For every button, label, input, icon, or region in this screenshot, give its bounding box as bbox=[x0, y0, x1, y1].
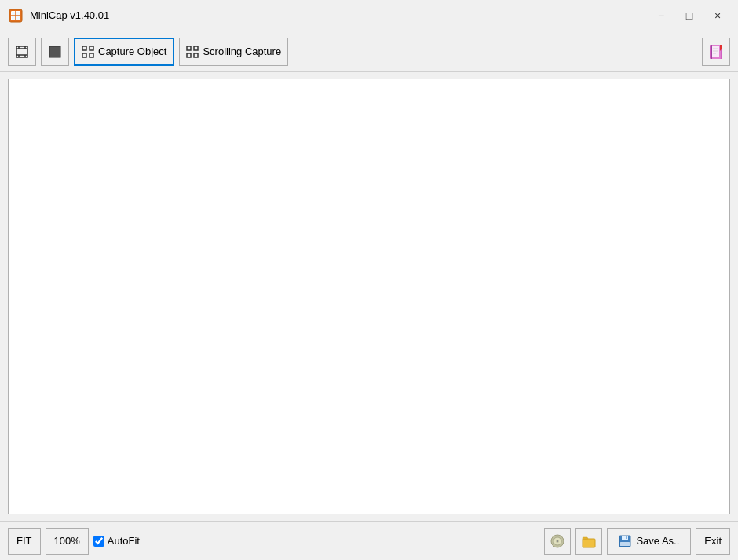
close-button[interactable]: × bbox=[705, 5, 730, 26]
capture-object-label: Capture Object bbox=[98, 46, 166, 57]
scrolling-capture-button[interactable]: Scrolling Capture bbox=[179, 38, 288, 66]
svg-rect-14 bbox=[90, 46, 93, 50]
capture-object-icon bbox=[82, 46, 94, 58]
zoom-button[interactable]: 100% bbox=[46, 528, 89, 555]
rectangle-icon bbox=[48, 45, 62, 59]
scrolling-capture-icon bbox=[186, 46, 199, 58]
help-button[interactable] bbox=[702, 38, 730, 66]
save-as-label: Save As.. bbox=[636, 535, 679, 547]
fit-button[interactable]: FIT bbox=[8, 528, 41, 555]
save-as-button[interactable]: Save As.. bbox=[607, 528, 691, 555]
crop-icon bbox=[15, 45, 29, 59]
autofit-text: AutoFit bbox=[108, 535, 140, 547]
autofit-checkbox[interactable] bbox=[93, 536, 104, 547]
copy-icon bbox=[550, 533, 565, 549]
scrolling-capture-label: Scrolling Capture bbox=[203, 46, 281, 57]
svg-rect-5 bbox=[16, 46, 27, 57]
svg-rect-15 bbox=[82, 53, 86, 57]
svg-rect-24 bbox=[711, 45, 712, 59]
rectangle-button[interactable] bbox=[41, 38, 69, 66]
save-icon bbox=[619, 535, 631, 547]
maximize-button[interactable]: □ bbox=[677, 5, 702, 26]
svg-rect-16 bbox=[90, 53, 93, 57]
window-title: MiniCap v1.40.01 bbox=[30, 9, 109, 21]
svg-rect-18 bbox=[194, 46, 198, 50]
help-icon bbox=[707, 43, 725, 60]
copy-button[interactable] bbox=[544, 528, 571, 555]
canvas-area bbox=[8, 79, 730, 514]
svg-rect-23 bbox=[711, 46, 719, 57]
crop-button[interactable] bbox=[8, 38, 36, 66]
exit-button[interactable]: Exit bbox=[696, 528, 730, 555]
paste-icon bbox=[581, 533, 597, 549]
svg-rect-20 bbox=[194, 53, 198, 57]
title-bar-left: MiniCap v1.40.01 bbox=[8, 8, 109, 24]
svg-rect-19 bbox=[187, 53, 191, 57]
title-bar: MiniCap v1.40.01 − □ × bbox=[0, 0, 738, 31]
title-bar-controls: − □ × bbox=[648, 5, 730, 26]
svg-rect-12 bbox=[49, 46, 60, 57]
svg-rect-13 bbox=[82, 46, 86, 50]
svg-rect-37 bbox=[620, 542, 630, 546]
paste-button[interactable] bbox=[575, 528, 602, 555]
svg-point-32 bbox=[557, 540, 558, 542]
autofit-label[interactable]: AutoFit bbox=[93, 535, 140, 547]
toolbar: Capture Object Scrolling Capture bbox=[0, 31, 738, 72]
app-icon bbox=[8, 8, 24, 24]
svg-rect-33 bbox=[583, 539, 595, 547]
svg-rect-17 bbox=[187, 46, 191, 50]
capture-object-button[interactable]: Capture Object bbox=[74, 38, 174, 66]
minimize-button[interactable]: − bbox=[648, 5, 674, 26]
svg-rect-36 bbox=[626, 536, 627, 539]
status-bar: FIT 100% AutoFit Save As.. Exit bbox=[0, 521, 738, 560]
